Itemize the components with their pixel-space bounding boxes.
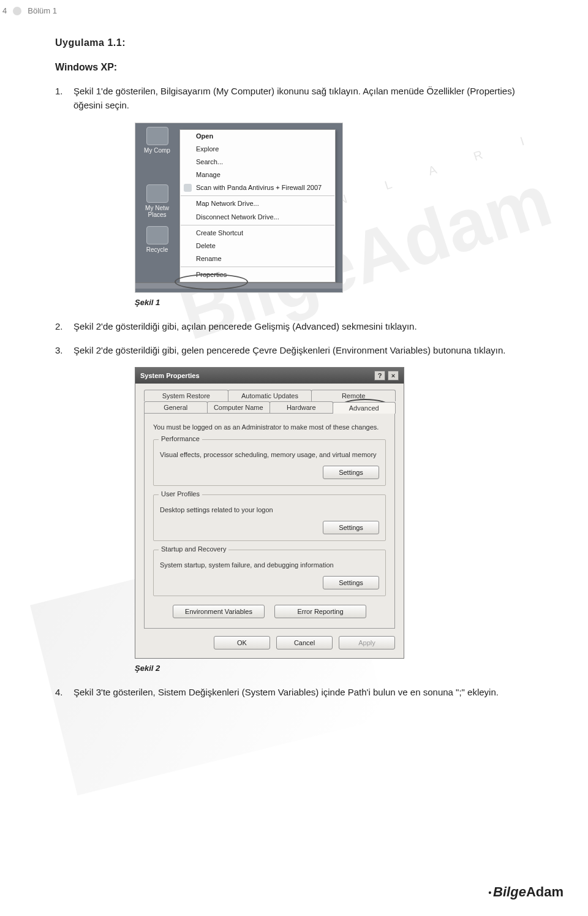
desktop-icon-label: My Netw Places [145, 205, 169, 218]
group-startup-recovery: Startup and Recovery System startup, sys… [153, 550, 386, 596]
network-icon [146, 184, 168, 203]
startup-recovery-settings-button[interactable]: Settings [323, 576, 379, 589]
step-number: 2. [55, 319, 74, 333]
menu-item-explore[interactable]: Explore [180, 143, 335, 156]
tab-advanced[interactable]: Advanced [333, 402, 396, 414]
figure-2-caption: Şekil 2 [135, 664, 539, 673]
menu-item-disconnect-drive[interactable]: Disconnect Network Drive... [180, 211, 335, 224]
step-item: 3. Şekil 2'de gösterildiği gibi, gelen p… [55, 343, 539, 357]
apply-button[interactable]: Apply [339, 636, 395, 649]
tab-panel-advanced: You must be logged on as an Administrato… [144, 413, 395, 629]
tab-system-restore[interactable]: System Restore [144, 390, 228, 401]
tab-hardware[interactable]: Hardware [270, 401, 333, 413]
dialog-titlebar[interactable]: System Properties ? × [135, 368, 404, 384]
menu-item-map-drive[interactable]: Map Network Drive... [180, 197, 335, 210]
group-description: Desktop settings related to your logon [160, 506, 379, 513]
step-text: Şekil 1'de gösterilen, Bilgisayarım (My … [74, 84, 539, 113]
page-number: 4 [2, 6, 7, 15]
performance-settings-button[interactable]: Settings [323, 466, 379, 479]
figure-1-caption: Şekil 1 [135, 298, 539, 307]
system-properties-dialog: System Properties ? × System Restore Aut… [135, 367, 404, 659]
admin-notice: You must be logged on as an Administrato… [153, 423, 386, 431]
footer-logo: •BilgeAdam [488, 884, 564, 900]
desktop-icon-my-computer[interactable]: My Comp [140, 127, 174, 154]
menu-item-manage[interactable]: Manage [180, 168, 335, 181]
group-performance: Performance Visual effects, processor sc… [153, 439, 386, 486]
error-reporting-button[interactable]: Error Reporting [274, 605, 366, 618]
taskbar-edge [135, 282, 342, 289]
group-description: System startup, system failure, and debu… [160, 561, 379, 569]
menu-separator [181, 225, 334, 225]
group-legend: Startup and Recovery [159, 545, 228, 553]
menu-separator [181, 195, 334, 196]
computer-icon [146, 127, 168, 145]
tab-general[interactable]: General [144, 401, 208, 413]
ok-button[interactable]: OK [214, 636, 270, 649]
step-item: 1. Şekil 1'de gösterilen, Bilgisayarım (… [55, 84, 539, 113]
step-number: 4. [55, 685, 74, 699]
menu-item-delete[interactable]: Delete [180, 240, 335, 252]
user-profiles-settings-button[interactable]: Settings [323, 521, 379, 534]
desktop-icon-recycle[interactable]: Recycle [140, 226, 174, 253]
menu-separator [181, 267, 334, 267]
page-bullet-icon [13, 7, 21, 15]
cancel-button[interactable]: Cancel [276, 636, 333, 649]
group-user-profiles: User Profiles Desktop settings related t… [153, 494, 386, 541]
menu-item-search[interactable]: Search... [180, 156, 335, 168]
menu-item-scan[interactable]: Scan with Panda Antivirus + Firewall 200… [180, 181, 335, 194]
section-subtitle: Windows XP: [55, 62, 539, 73]
step-text: Şekil 2'de gösterildiği gibi, gelen penc… [74, 343, 505, 357]
close-button[interactable]: × [388, 371, 399, 380]
page-header: 4 Bölüm 1 [0, 0, 588, 19]
menu-item-open[interactable]: Open [180, 130, 335, 143]
help-button[interactable]: ? [374, 371, 385, 380]
figure-1: My Comp My Netw Places Recycle Open Expl… [135, 123, 343, 293]
menu-item-properties[interactable]: Properties [180, 268, 335, 281]
menu-item-create-shortcut[interactable]: Create Shortcut [180, 227, 335, 240]
context-menu: Open Explore Search... Manage Scan with … [179, 129, 336, 282]
dialog-title: System Properties [140, 372, 200, 379]
desktop-icon-label: Recycle [146, 246, 168, 253]
step-item: 2. Şekil 2'de gösterildiği gibi, açılan … [55, 319, 539, 333]
tab-remote[interactable]: Remote [311, 390, 396, 401]
step-text: Şekil 2'de gösterildiği gibi, açılan pen… [74, 319, 417, 333]
step-text: Şekil 3'te gösterilen, Sistem Değişkenle… [74, 685, 499, 699]
group-legend: Performance [159, 435, 202, 442]
step-item: 4. Şekil 3'te gösterilen, Sistem Değişke… [55, 685, 539, 699]
desktop-icon-label: My Comp [144, 147, 170, 154]
tab-automatic-updates[interactable]: Automatic Updates [228, 390, 312, 401]
environment-variables-button[interactable]: Environment Variables [173, 605, 265, 618]
menu-item-rename[interactable]: Rename [180, 252, 335, 265]
section-title: Uygulama 1.1: [55, 37, 539, 48]
group-description: Visual effects, processor scheduling, me… [160, 451, 379, 458]
desktop-icon-my-network[interactable]: My Netw Places [140, 184, 174, 218]
shield-icon [184, 184, 192, 192]
group-legend: User Profiles [159, 490, 202, 498]
logo-post: Adam [526, 884, 564, 899]
logo-pre: Bilge [493, 884, 526, 899]
recycle-icon [146, 226, 168, 244]
tab-computer-name[interactable]: Computer Name [207, 401, 271, 413]
step-number: 3. [55, 343, 74, 357]
step-number: 1. [55, 84, 74, 98]
logo-dot-icon: • [488, 888, 491, 898]
chapter-label: Bölüm 1 [28, 6, 57, 15]
